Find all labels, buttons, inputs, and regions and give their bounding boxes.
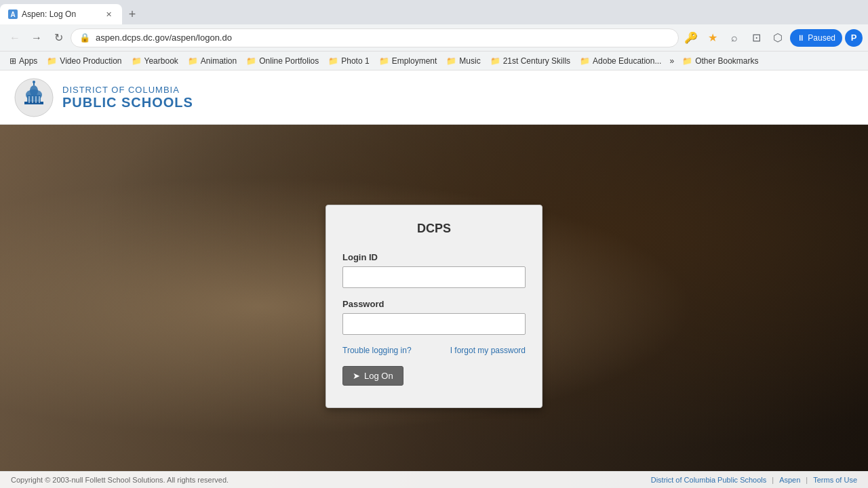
svg-rect-5 — [32, 96, 33, 103]
login-id-group: Login ID — [342, 252, 526, 288]
login-modal: DCPS Login ID Password Trouble logging i… — [326, 205, 542, 408]
forgot-password-link[interactable]: I forgot my password — [450, 346, 526, 355]
bookmarks-more-button[interactable]: » — [667, 55, 677, 67]
paused-button[interactable]: ⏸ Paused — [790, 29, 842, 47]
login-id-label: Login ID — [342, 252, 526, 262]
search-icon[interactable]: ⌕ — [725, 28, 744, 47]
footer-sep2: | — [806, 476, 808, 484]
reload-button[interactable]: ↻ — [49, 28, 68, 47]
bookmark-video-production[interactable]: 📁 Video Production — [43, 55, 125, 67]
footer-dcps-link[interactable]: District of Columbia Public Schools — [651, 476, 767, 484]
bookmark-yearbook-label: Yearbook — [144, 56, 178, 66]
paused-icon: ⏸ — [797, 33, 805, 43]
password-label: Password — [342, 299, 526, 309]
bookmark-21st-century[interactable]: 📁 21st Century Skills — [486, 55, 574, 67]
bookmark-adobe[interactable]: 📁 Adobe Education... — [576, 55, 665, 67]
bookmark-employment-label: Employment — [392, 56, 437, 66]
bookmark-yearbook[interactable]: 📁 Yearbook — [127, 55, 182, 67]
form-links: Trouble logging in? I forgot my password — [342, 346, 526, 355]
bookmark-online-portfolios[interactable]: 📁 Online Portfolios — [242, 55, 323, 67]
svg-rect-6 — [35, 96, 37, 103]
folder-icon: 📁 — [490, 56, 500, 66]
folder-icon: 📁 — [246, 56, 256, 66]
folder-icon: 📁 — [379, 56, 389, 66]
svg-rect-7 — [39, 96, 40, 103]
folder-icon: 📁 — [682, 56, 692, 66]
tab-title: Aspen: Log On — [22, 9, 99, 19]
bookmarks-bar: ⊞ Apps 📁 Video Production 📁 Yearbook 📁 A… — [0, 52, 868, 70]
login-id-input[interactable] — [342, 266, 526, 288]
bookmark-video-production-label: Video Production — [60, 56, 121, 66]
bookmark-animation-label: Animation — [201, 56, 237, 66]
bookmark-music-label: Music — [459, 56, 480, 66]
logo-text: DISTRICT OF COLUMBIA PUBLIC SCHOOLS — [62, 85, 193, 110]
bookmark-adobe-label: Adobe Education... — [593, 56, 661, 66]
url-text: aspen.dcps.dc.gov/aspen/logon.do — [96, 33, 670, 43]
folder-icon: 📁 — [132, 56, 142, 66]
svg-rect-4 — [28, 96, 30, 103]
active-tab[interactable]: A Aspen: Log On ✕ — [0, 4, 122, 24]
new-tab-button[interactable]: + — [122, 4, 142, 24]
bookmark-photo1[interactable]: 📁 Photo 1 — [324, 55, 373, 67]
address-bar[interactable]: 🔒 aspen.dcps.dc.gov/aspen/logon.do — [71, 28, 679, 47]
key-icon[interactable]: 🔑 — [682, 28, 701, 47]
tab-favicon: A — [8, 9, 18, 19]
cast-icon[interactable]: ⬡ — [768, 28, 787, 47]
page-content: DISTRICT OF COLUMBIA PUBLIC SCHOOLS DCPS… — [0, 70, 868, 488]
folder-icon: 📁 — [446, 56, 456, 66]
folder-icon: 📁 — [47, 56, 57, 66]
background-area: DCPS Login ID Password Trouble logging i… — [0, 125, 868, 488]
password-group: Password — [342, 299, 526, 335]
bookmark-online-portfolios-label: Online Portfolios — [259, 56, 319, 66]
logon-label: Log On — [364, 371, 393, 381]
star-icon[interactable]: ★ — [703, 28, 722, 47]
screenshare-icon[interactable]: ⊡ — [747, 28, 766, 47]
bookmark-animation[interactable]: 📁 Animation — [184, 55, 241, 67]
folder-icon: 📁 — [328, 56, 338, 66]
site-header: DISTRICT OF COLUMBIA PUBLIC SCHOOLS — [0, 70, 868, 125]
bookmark-employment[interactable]: 📁 Employment — [375, 55, 441, 67]
profile-button[interactable]: P — [845, 29, 863, 47]
folder-icon: 📁 — [580, 56, 590, 66]
logon-arrow-icon: ➤ — [353, 371, 360, 381]
browser-toolbar: ← → ↻ 🔒 aspen.dcps.dc.gov/aspen/logon.do… — [0, 24, 868, 52]
logo-area: DISTRICT OF COLUMBIA PUBLIC SCHOOLS — [14, 77, 193, 118]
footer-aspen-link[interactable]: Aspen — [779, 476, 800, 484]
footer-terms-link[interactable]: Terms of Use — [813, 476, 857, 484]
bookmark-other-label: Other Bookmarks — [695, 56, 758, 66]
modal-title: DCPS — [342, 222, 526, 236]
capitol-logo — [14, 77, 54, 118]
password-input[interactable] — [342, 313, 526, 335]
trouble-link[interactable]: Trouble logging in? — [342, 346, 412, 355]
footer-sep1: | — [772, 476, 774, 484]
page-footer: Copyright © 2003-null Follett School Sol… — [0, 471, 868, 488]
bookmark-apps-label: Apps — [19, 56, 37, 66]
footer-links: District of Columbia Public Schools | As… — [651, 476, 857, 484]
apps-grid-icon: ⊞ — [9, 56, 16, 66]
back-button[interactable]: ← — [5, 28, 24, 47]
paused-label: Paused — [808, 33, 835, 43]
svg-point-8 — [30, 85, 38, 96]
footer-copyright: Copyright © 2003-null Follett School Sol… — [11, 476, 229, 484]
forward-button[interactable]: → — [27, 28, 46, 47]
bookmark-apps[interactable]: ⊞ Apps — [5, 55, 41, 67]
tab-close-button[interactable]: ✕ — [103, 9, 114, 20]
logon-button[interactable]: ➤ Log On — [342, 366, 403, 386]
tab-bar: A Aspen: Log On ✕ + — [0, 0, 868, 24]
schools-label: PUBLIC SCHOOLS — [62, 95, 193, 110]
svg-rect-3 — [24, 102, 43, 104]
svg-point-10 — [33, 81, 35, 83]
toolbar-right: 🔑 ★ ⌕ ⊡ ⬡ ⏸ Paused P — [682, 28, 863, 47]
bookmark-other[interactable]: 📁 Other Bookmarks — [678, 55, 762, 67]
folder-icon: 📁 — [188, 56, 198, 66]
more-label: » — [669, 56, 674, 66]
lock-icon: 🔒 — [79, 33, 90, 43]
district-label: DISTRICT OF COLUMBIA — [62, 85, 193, 95]
bookmark-21st-label: 21st Century Skills — [503, 56, 570, 66]
bookmark-photo1-label: Photo 1 — [341, 56, 369, 66]
bookmark-music[interactable]: 📁 Music — [442, 55, 484, 67]
